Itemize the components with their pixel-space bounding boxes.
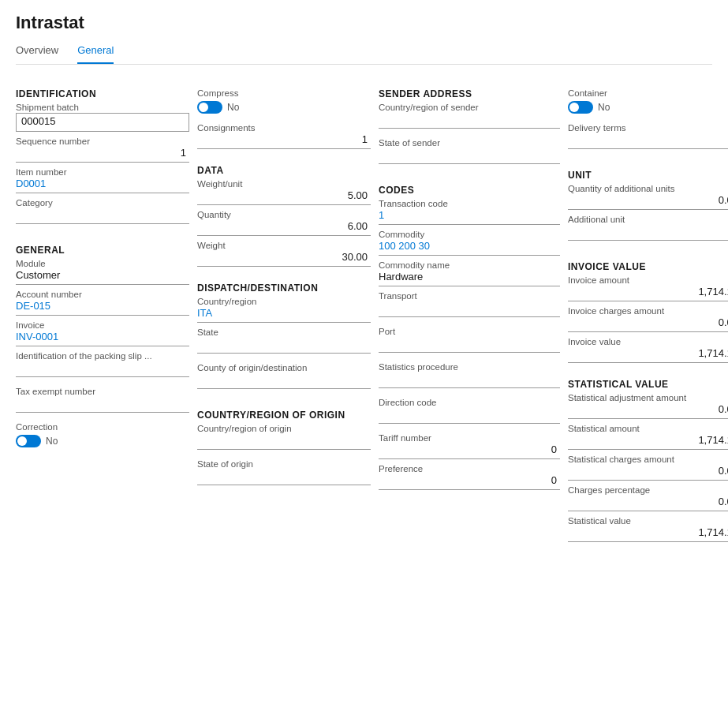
stat-adj-label: Statistical adjustment amount [568,393,728,402]
stat-charges-value: 0.00 [568,465,728,481]
compress-toggle-label: No [227,102,239,113]
qty-additional-label: Quantity of additional units [568,184,728,193]
shipment-batch-input[interactable]: 000015 [16,113,189,132]
shipment-batch-label: Shipment batch [16,103,189,112]
field-stat-value: Statistical value 1,714.17 [568,516,728,542]
country-sender-value[interactable] [379,113,560,129]
field-stat-amount: Statistical amount 1,714.17 [568,424,728,450]
field-sequence-number: Sequence number 1 [16,137,189,163]
country-origin-value[interactable] [197,434,371,450]
correction-toggle-label: No [46,436,58,447]
stat-amount-value: 1,714.17 [568,434,728,450]
field-additional-unit: Additional unit [568,215,728,245]
field-country-origin: Country/region of origin [197,424,371,455]
field-tax-exempt: Tax exempt number [16,387,189,417]
field-state-origin: State of origin [197,459,371,490]
transaction-code-value[interactable]: 1 [379,209,560,225]
tax-exempt-value[interactable] [16,397,189,413]
country-region-label: Country/region [197,297,371,306]
consignments-label: Consignments [197,123,371,133]
account-number-label: Account number [16,290,189,299]
statistics-procedure-value[interactable] [379,372,560,388]
field-direction-code: Direction code [379,398,560,428]
tab-bar: Overview General [16,39,712,65]
form-grid: IDENTIFICATION Shipment batch 000015 Seq… [16,77,712,547]
invoice-charges-label: Invoice charges amount [568,306,728,316]
container-toggle[interactable] [568,101,593,114]
commodity-label: Commodity [379,230,560,239]
field-weight: Weight 30.00 [197,241,371,267]
stat-value-label: Statistical value [568,516,728,526]
section-statistical-value: STATISTICAL VALUE [568,379,728,390]
category-label: Category [16,198,189,208]
state-sender-value[interactable] [379,148,560,164]
packing-slip-value[interactable] [16,361,189,377]
preference-value: 0 [379,474,560,490]
field-state: State [197,327,371,358]
tariff-number-value: 0 [379,443,560,459]
tab-general[interactable]: General [77,39,114,64]
item-number-label: Item number [16,167,189,177]
field-stat-charges: Statistical charges amount 0.00 [568,455,728,481]
field-delivery-terms: Delivery terms [568,123,728,154]
delivery-terms-value[interactable] [568,133,728,149]
direction-code-value[interactable] [379,408,560,424]
field-account-number: Account number DE-015 [16,290,189,316]
field-country-sender: Country/region of sender [379,103,560,133]
correction-toggle[interactable] [16,435,41,447]
country-origin-label: Country/region of origin [197,424,371,433]
field-commodity-name: Commodity name Hardware [379,260,560,286]
field-commodity: Commodity 100 200 30 [379,230,560,256]
country-region-value[interactable]: ITA [197,307,371,323]
category-value[interactable] [16,208,189,224]
field-state-sender: State of sender [379,138,560,169]
col-unit-invoice: Container No Delivery terms UNIT Quantit… [568,77,728,547]
port-label: Port [379,327,560,336]
compress-toggle[interactable] [197,101,222,114]
section-codes: CODES [379,185,560,196]
field-weight-unit: Weight/unit 5.00 [197,179,371,205]
weight-unit-value: 5.00 [197,189,371,205]
weight-unit-label: Weight/unit [197,179,371,189]
item-number-value[interactable]: D0001 [16,178,189,193]
tariff-number-label: Tariff number [379,433,560,443]
container-toggle-row[interactable]: No [568,101,728,114]
invoice-amount-value: 1,714.17 [568,286,728,301]
compress-label: Compress [197,88,371,98]
consignments-value: 1 [197,133,371,149]
container-toggle-label: No [598,102,610,113]
weight-label: Weight [197,241,371,250]
field-compress: Compress No [197,88,371,118]
commodity-value[interactable]: 100 200 30 [379,240,560,256]
field-county: County of origin/destination [197,363,371,394]
state-value[interactable] [197,338,371,354]
field-shipment-batch: Shipment batch 000015 [16,103,189,132]
section-invoice-value: INVOICE VALUE [568,261,728,272]
transaction-code-label: Transaction code [379,199,560,208]
county-label: County of origin/destination [197,363,371,372]
field-transport: Transport [379,291,560,322]
transport-value[interactable] [379,301,560,317]
additional-unit-value[interactable] [568,225,728,241]
correction-toggle-row[interactable]: No [16,435,189,447]
tab-overview[interactable]: Overview [16,39,58,64]
section-dispatch: DISPATCH/DESTINATION [197,283,371,294]
stat-value-value: 1,714.17 [568,526,728,542]
statistics-procedure-label: Statistics procedure [379,362,560,372]
account-number-value[interactable]: DE-015 [16,300,189,316]
module-value: Customer [16,269,189,285]
delivery-terms-label: Delivery terms [568,123,728,133]
invoice-value[interactable]: INV-0001 [16,331,189,346]
weight-value: 30.00 [197,251,371,267]
invoice-charges-value: 0.00 [568,316,728,332]
country-sender-label: Country/region of sender [379,103,560,112]
county-value[interactable] [197,373,371,389]
section-general: GENERAL [16,245,189,256]
invoice-value-value: 1,714.17 [568,347,728,363]
section-identification: IDENTIFICATION [16,88,189,99]
compress-toggle-row[interactable]: No [197,101,371,114]
state-origin-value[interactable] [197,470,371,485]
field-invoice-charges: Invoice charges amount 0.00 [568,306,728,332]
port-value[interactable] [379,337,560,353]
state-label: State [197,327,371,337]
